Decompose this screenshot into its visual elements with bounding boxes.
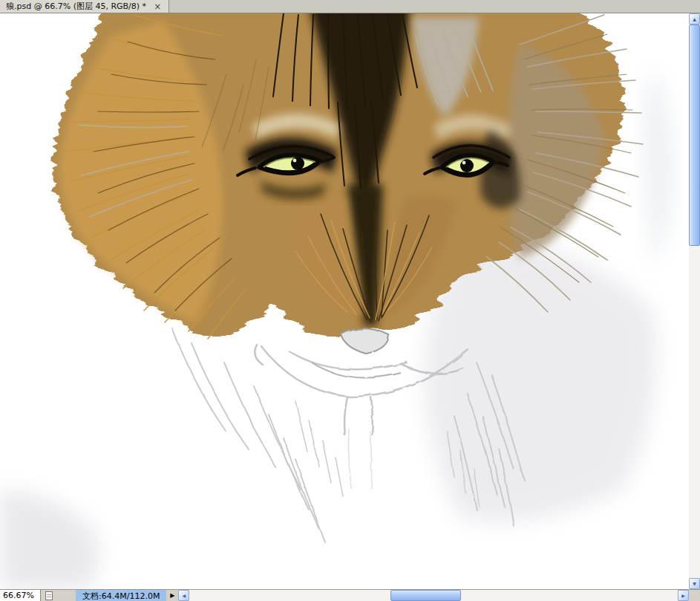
document-tab-title: 狼.psd @ 66.7% (图层 45, RGB/8) *: [6, 1, 146, 12]
left-arrow-icon: ◀: [183, 593, 186, 598]
document-size-info: 文档:64.4M/112.0M: [76, 590, 166, 601]
popup-arrow-icon: ▶: [170, 592, 174, 599]
down-arrow-icon: ▼: [693, 581, 696, 586]
horizontal-scrollbar-thumb[interactable]: [390, 590, 461, 601]
document-tab[interactable]: 狼.psd @ 66.7% (图层 45, RGB/8) * ×: [0, 0, 169, 13]
status-document-icon-button[interactable]: [41, 590, 56, 601]
vertical-scrollbar[interactable]: ▲ ▼: [689, 13, 700, 589]
scrollbar-corner: [689, 590, 700, 601]
vertical-scrollbar-thumb[interactable]: [689, 25, 700, 246]
zoom-level-value: 66.67%: [3, 591, 34, 600]
status-popup-arrow-button[interactable]: ▶: [166, 592, 178, 599]
scroll-left-button[interactable]: ◀: [178, 590, 189, 601]
right-arrow-icon: ▶: [681, 593, 685, 598]
vertical-scrollbar-track[interactable]: [689, 25, 700, 578]
document-canvas[interactable]: [0, 13, 689, 589]
up-arrow-icon: ▲: [693, 16, 696, 22]
horizontal-scrollbar[interactable]: ◀ ▶: [178, 590, 689, 601]
tab-close-icon[interactable]: ×: [152, 2, 163, 11]
scroll-down-button[interactable]: ▼: [689, 578, 700, 589]
document-icon: [45, 591, 53, 600]
scroll-up-button[interactable]: ▲: [689, 13, 700, 25]
horizontal-scrollbar-track[interactable]: [189, 590, 678, 601]
scroll-right-button[interactable]: ▶: [678, 590, 689, 601]
photoshop-document-window: 狼.psd @ 66.7% (图层 45, RGB/8) * ×: [0, 0, 700, 601]
status-bar: 66.67% 文档:64.4M/112.0M ▶ ◀ ▶: [0, 589, 700, 601]
document-tab-bar: 狼.psd @ 66.7% (图层 45, RGB/8) * ×: [0, 0, 700, 13]
zoom-level-field[interactable]: 66.67%: [0, 590, 41, 601]
wolf-artwork: [0, 13, 689, 589]
document-size-text: 文档:64.4M/112.0M: [82, 591, 160, 601]
